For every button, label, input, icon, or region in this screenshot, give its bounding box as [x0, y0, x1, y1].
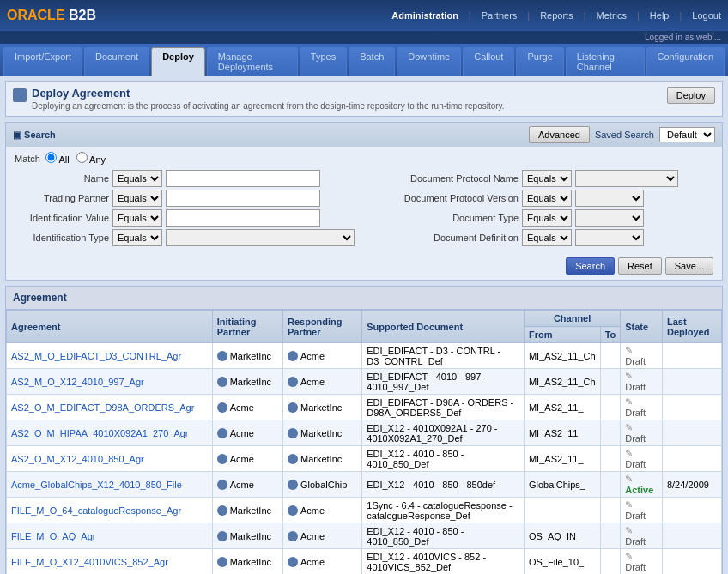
search-buttons: Search Reset Save... — [6, 254, 722, 280]
identification-type-value-select[interactable] — [166, 229, 355, 246]
identification-type-field-row: Identification Type Equals — [15, 229, 355, 246]
cell-channel-from: MI_AS2_11_ — [524, 420, 600, 446]
edit-icon[interactable]: ✎ — [625, 396, 633, 407]
tab-downtime[interactable]: Downtime — [397, 47, 461, 76]
edit-icon[interactable]: ✎ — [625, 499, 633, 510]
agreement-link[interactable]: FILE_M_O_AQ_Agr — [11, 531, 95, 541]
nav-metrics[interactable]: Metrics — [597, 10, 627, 21]
tab-deploy[interactable]: Deploy — [151, 47, 205, 76]
edit-icon[interactable]: ✎ — [625, 345, 633, 355]
cell-supported-doc: EDI_EDIFACT - D98A - ORDERS - D98A_ORDER… — [362, 395, 525, 420]
table-row: AS2_M_O_X12_4010_997_Agr MarketInc Acme … — [7, 369, 722, 395]
cell-last-deployed — [662, 369, 721, 395]
edit-icon[interactable]: ✎ — [625, 371, 633, 381]
doc-type-value-select[interactable] — [575, 209, 644, 227]
advanced-button[interactable]: Advanced — [529, 126, 590, 143]
tab-listening-channel[interactable]: Listening Channel — [566, 47, 645, 76]
deploy-button[interactable]: Deploy — [667, 87, 715, 104]
tab-manage-deployments[interactable]: Manage Deployments — [207, 47, 298, 76]
table-row: AS2_M_O_EDIFACT_D3_CONTRL_Agr MarketInc … — [7, 343, 722, 369]
cell-agreement: Acme_GlobalChips_X12_4010_850_File — [7, 472, 213, 498]
doc-protocol-version-value-select[interactable] — [575, 190, 644, 207]
agreement-table-body: AS2_M_O_EDIFACT_D3_CONTRL_Agr MarketInc … — [7, 343, 722, 575]
cell-agreement: FILE_M_O_X12_4010VICS_852_Agr — [7, 549, 213, 575]
col-agreement: Agreement — [7, 311, 213, 343]
doc-type-operator-select[interactable]: Equals — [522, 209, 572, 227]
doc-definition-value-select[interactable] — [575, 229, 644, 246]
trading-partner-operator-select[interactable]: Equals — [112, 190, 162, 207]
edit-icon[interactable]: ✎ — [625, 551, 633, 561]
edit-icon[interactable]: ✎ — [625, 448, 633, 458]
tab-batch[interactable]: Batch — [349, 47, 395, 76]
doc-definition-operator-select[interactable]: Equals — [522, 229, 572, 246]
agreement-link[interactable]: AS2_O_M_EDIFACT_D98A_ORDERS_Agr — [11, 402, 194, 413]
partner-icon — [217, 377, 228, 387]
name-input[interactable] — [166, 170, 320, 187]
partner-icon — [288, 377, 298, 387]
cell-last-deployed — [662, 446, 721, 472]
agreement-link[interactable]: AS2_O_M_HIPAA_4010X092A1_270_Agr — [11, 428, 189, 438]
agreement-link[interactable]: FILE_M_O_64_catalogueResponse_Agr — [11, 505, 181, 516]
nav-logout[interactable]: Logout — [692, 10, 721, 21]
tab-callout[interactable]: Callout — [463, 47, 514, 76]
agreement-link[interactable]: AS2_M_O_X12_4010_997_Agr — [11, 377, 144, 387]
app-logo: ORACLE B2B — [7, 8, 96, 23]
col-resp-partner: Responding Partner — [283, 311, 362, 343]
doc-protocol-name-field-row: Document Protocol Name Equals — [373, 170, 713, 187]
agreement-link[interactable]: FILE_M_O_X12_4010VICS_852_Agr — [11, 557, 168, 567]
trading-partner-field-row: Trading Partner Equals — [15, 190, 355, 207]
identification-value-operator-select[interactable]: Equals — [112, 209, 162, 227]
tab-types[interactable]: Types — [300, 47, 347, 76]
match-any-radio[interactable] — [76, 152, 88, 163]
trading-partner-input[interactable] — [166, 190, 320, 207]
partner-icon — [217, 557, 228, 567]
agreement-table: Agreement Initiating Partner Responding … — [6, 310, 722, 574]
cell-init-partner: MarketInc — [212, 369, 282, 395]
cell-channel-to — [600, 446, 621, 472]
cell-channel-to — [600, 369, 621, 395]
edit-icon[interactable]: ✎ — [625, 422, 633, 432]
identification-value-input[interactable] — [166, 209, 320, 227]
identification-type-operator-select[interactable]: Equals — [112, 229, 162, 246]
doc-protocol-name-value-select[interactable] — [575, 170, 678, 187]
doc-protocol-version-operator-select[interactable]: Equals — [522, 190, 572, 207]
tab-import-export[interactable]: Import/Export — [3, 47, 82, 76]
table-row: FILE_M_O_64_catalogueResponse_Agr Market… — [7, 498, 722, 523]
cell-state: ✎ Draft — [621, 498, 663, 523]
doc-protocol-name-operator-select[interactable]: Equals — [522, 170, 572, 187]
match-all-radio[interactable] — [46, 152, 57, 163]
reset-button[interactable]: Reset — [618, 257, 662, 275]
partner-icon — [217, 428, 228, 438]
agreement-link[interactable]: AS2_M_O_EDIFACT_D3_CONTRL_Agr — [11, 351, 181, 361]
page-description: Deploying an agreement is the process of… — [32, 101, 505, 111]
tab-document[interactable]: Document — [84, 47, 149, 76]
agreement-table-wrapper: Agreement Initiating Partner Responding … — [6, 310, 722, 574]
cell-channel-from — [524, 498, 600, 523]
edit-icon[interactable]: ✎ — [625, 525, 633, 535]
state-value: Draft — [625, 562, 646, 572]
nav-administration[interactable]: Administration — [391, 10, 458, 21]
agreement-link[interactable]: Acme_GlobalChips_X12_4010_850_File — [11, 480, 182, 490]
table-row: AS2_O_M_X12_4010_850_Agr Acme MarketInc … — [7, 446, 722, 472]
search-button[interactable]: Search — [566, 257, 615, 275]
edit-icon[interactable]: ✎ — [625, 474, 633, 484]
save-button[interactable]: Save... — [665, 257, 713, 275]
agreement-section-title: Agreement — [6, 287, 722, 310]
top-header: ORACLE B2B Administration | Partners | R… — [0, 0, 728, 31]
saved-search-select[interactable]: Default — [659, 127, 715, 142]
search-panel: ▣ Search Advanced Saved Search Default M… — [5, 122, 723, 281]
name-operator-select[interactable]: Equals — [112, 170, 162, 187]
doc-definition-field-row: Document Definition Equals — [373, 229, 713, 246]
tab-bar: Import/Export Document Deploy Manage Dep… — [0, 44, 728, 76]
tab-purge[interactable]: Purge — [516, 47, 563, 76]
cell-last-deployed — [662, 420, 721, 446]
nav-reports[interactable]: Reports — [540, 10, 573, 21]
nav-help[interactable]: Help — [650, 10, 670, 21]
cell-last-deployed — [662, 498, 721, 523]
nav-partners[interactable]: Partners — [482, 10, 518, 21]
search-toggle[interactable]: ▣ Search — [13, 130, 56, 141]
doc-protocol-version-field-row: Document Protocol Version Equals — [373, 190, 713, 207]
agreement-link[interactable]: AS2_O_M_X12_4010_850_Agr — [11, 454, 144, 464]
name-field-row: Name Equals — [15, 170, 355, 187]
tab-configuration[interactable]: Configuration — [646, 47, 725, 76]
